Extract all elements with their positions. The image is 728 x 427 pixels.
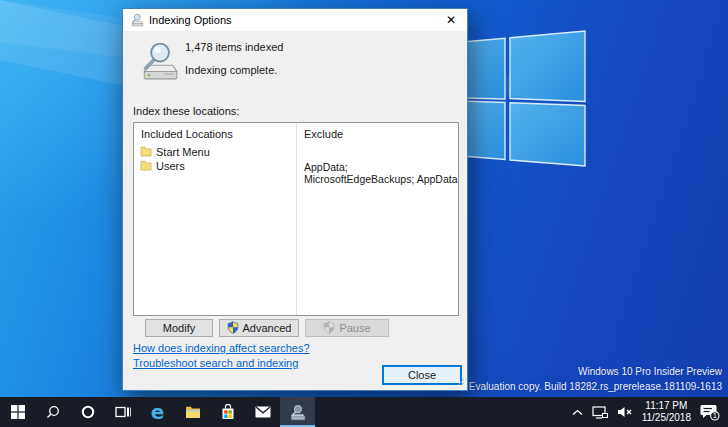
watermark-line1: Windows 10 Pro Insider Preview bbox=[469, 364, 722, 379]
taskbar-spacer bbox=[315, 397, 572, 427]
cortana-button[interactable] bbox=[70, 397, 105, 427]
indexing-options-icon bbox=[130, 13, 144, 27]
window-title: Indexing Options bbox=[149, 14, 232, 26]
indexed-locations-list[interactable]: Included Locations Exclude Start Menu Us… bbox=[133, 122, 459, 316]
link-how-indexing-affects-searches[interactable]: How does indexing affect searches? bbox=[133, 342, 310, 354]
cortana-icon bbox=[81, 405, 95, 419]
system-tray: 11:17 PM 11/25/2018 1 bbox=[572, 397, 728, 427]
resize-grip[interactable] bbox=[455, 376, 465, 388]
uac-shield-icon bbox=[227, 321, 239, 336]
evaluation-watermark: Windows 10 Pro Insider Preview Evaluatio… bbox=[469, 364, 722, 394]
modify-button-label: Modify bbox=[163, 322, 195, 334]
file-explorer-button[interactable] bbox=[175, 397, 210, 427]
column-header-included: Included Locations bbox=[141, 128, 233, 140]
pause-button-label: Pause bbox=[339, 322, 370, 334]
column-divider bbox=[296, 123, 297, 315]
mail-icon bbox=[255, 406, 271, 418]
file-explorer-icon bbox=[185, 406, 201, 419]
edge-icon: e bbox=[151, 402, 165, 422]
items-indexed-count: 1,478 items indexed bbox=[185, 41, 283, 53]
store-icon bbox=[221, 404, 235, 420]
clock[interactable]: 11:17 PM 11/25/2018 bbox=[642, 400, 691, 424]
folder-icon bbox=[140, 160, 152, 173]
tray-time: 11:17 PM bbox=[642, 400, 691, 412]
indexing-status-text: Indexing complete. bbox=[185, 64, 277, 76]
close-button[interactable]: Close bbox=[382, 365, 462, 385]
list-item-users[interactable]: Users bbox=[156, 160, 185, 172]
indexing-options-taskbar-button[interactable] bbox=[280, 397, 315, 427]
tray-date: 11/25/2018 bbox=[642, 412, 691, 424]
users-exclude-value: AppData; MicrosoftEdgeBackups; AppData bbox=[304, 161, 458, 185]
search-icon bbox=[46, 405, 60, 419]
mail-button[interactable] bbox=[245, 397, 280, 427]
folder-icon bbox=[140, 146, 152, 159]
uac-shield-icon-disabled bbox=[323, 321, 335, 336]
list-item-start-menu[interactable]: Start Menu bbox=[156, 146, 210, 158]
task-view-icon bbox=[115, 405, 131, 419]
store-button[interactable] bbox=[210, 397, 245, 427]
indexing-options-window: Indexing Options ✕ 1,478 items indexed I… bbox=[122, 8, 468, 391]
watermark-line2: Evaluation copy. Build 18282.rs_prerelea… bbox=[469, 379, 722, 394]
task-view-button[interactable] bbox=[105, 397, 140, 427]
modify-button[interactable]: Modify bbox=[145, 319, 213, 337]
link-troubleshoot-search-indexing[interactable]: Troubleshoot search and indexing bbox=[133, 357, 298, 369]
start-button[interactable] bbox=[0, 397, 35, 427]
volume-muted-icon[interactable] bbox=[617, 406, 633, 418]
indexing-options-icon bbox=[289, 404, 306, 421]
screen: Windows 10 Pro Insider Preview Evaluatio… bbox=[0, 0, 728, 427]
indexing-status-icon bbox=[138, 40, 180, 84]
windows-start-icon bbox=[11, 405, 25, 419]
taskbar-search-button[interactable] bbox=[35, 397, 70, 427]
action-center-button[interactable]: 1 bbox=[700, 404, 720, 421]
edge-button[interactable]: e bbox=[140, 397, 175, 427]
titlebar[interactable]: Indexing Options ✕ bbox=[123, 9, 467, 31]
network-icon[interactable] bbox=[592, 406, 608, 419]
taskbar: e bbox=[0, 397, 728, 427]
column-header-exclude: Exclude bbox=[304, 128, 343, 140]
close-window-button[interactable]: ✕ bbox=[435, 9, 467, 31]
tray-chevron-up-icon[interactable] bbox=[572, 409, 583, 416]
close-button-label: Close bbox=[408, 369, 436, 381]
notification-count: 1 bbox=[713, 411, 717, 420]
advanced-button[interactable]: Advanced bbox=[219, 319, 299, 337]
advanced-button-label: Advanced bbox=[243, 322, 292, 334]
pause-button-disabled: Pause bbox=[305, 319, 389, 337]
locations-label: Index these locations: bbox=[133, 105, 239, 117]
